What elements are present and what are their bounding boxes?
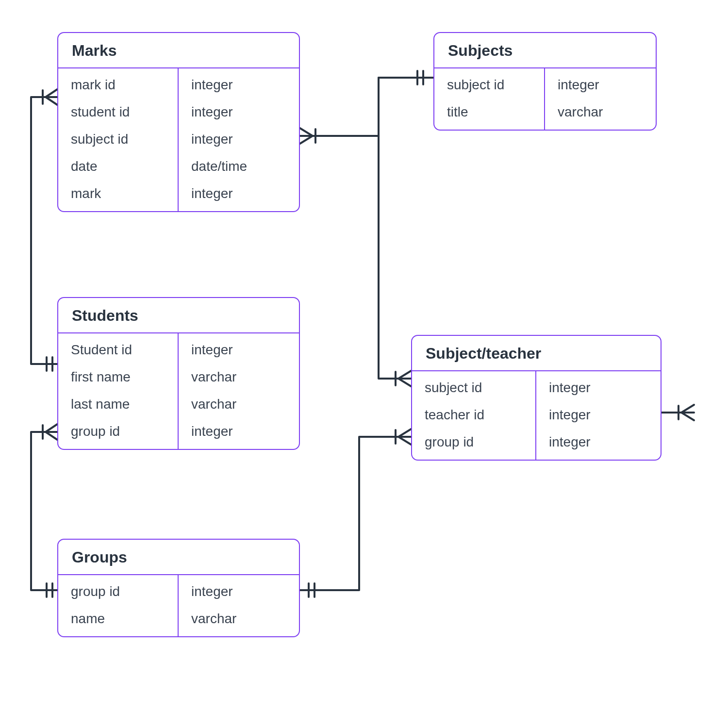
field-type: varchar [179,391,299,418]
field-name: group id [58,575,179,605]
field-name: subject id [412,371,536,401]
field-name: student id [58,99,179,126]
field-name: teacher id [412,401,536,429]
field-type: varchar [179,364,299,391]
entity-groups-title: Groups [58,540,299,575]
field-name: first name [58,364,179,391]
entity-subject-teacher-rows: subject id integer teacher id integer gr… [412,371,661,460]
field-type: integer [536,429,661,460]
entity-students-rows: Student id integer first name varchar la… [58,333,299,449]
entity-subject-teacher: Subject/teacher subject id integer teach… [411,335,662,461]
entity-subject-teacher-title: Subject/teacher [412,336,661,371]
field-type: integer [179,575,299,605]
field-name: mark [58,180,179,211]
field-name: mark id [58,68,179,99]
field-type: integer [179,99,299,126]
field-name: title [434,99,545,130]
field-name: name [58,605,179,636]
entity-marks: Marks mark id integer student id integer… [57,32,300,212]
field-name: group id [412,429,536,460]
entity-subjects: Subjects subject id integer title varcha… [433,32,657,131]
entity-subjects-title: Subjects [434,33,656,68]
field-type: varchar [545,99,656,130]
entity-groups-rows: group id integer name varchar [58,575,299,636]
field-name: group id [58,418,179,449]
entity-marks-rows: mark id integer student id integer subje… [58,68,299,211]
entity-students-title: Students [58,298,299,333]
field-type: integer [536,401,661,429]
field-type: integer [179,333,299,364]
entity-subjects-rows: subject id integer title varchar [434,68,656,130]
field-type: date/time [179,153,299,180]
entity-groups: Groups group id integer name varchar [57,539,300,637]
er-diagram-canvas: Marks mark id integer student id integer… [0,0,728,728]
field-type: integer [545,68,656,99]
entity-students: Students Student id integer first name v… [57,297,300,450]
field-name: last name [58,391,179,418]
entity-marks-title: Marks [58,33,299,68]
field-type: integer [536,371,661,401]
field-type: integer [179,418,299,449]
field-type: integer [179,180,299,211]
field-name: Student id [58,333,179,364]
field-name: subject id [434,68,545,99]
field-type: varchar [179,605,299,636]
field-type: integer [179,126,299,153]
field-type: integer [179,68,299,99]
field-name: date [58,153,179,180]
field-name: subject id [58,126,179,153]
